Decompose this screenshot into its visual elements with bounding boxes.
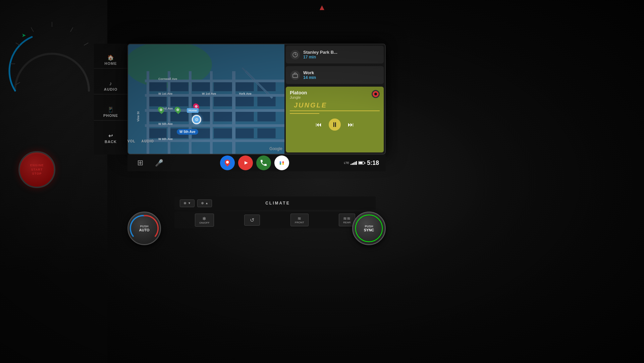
svg-rect-31: [214, 128, 232, 138]
on-off-label: ON/OFF: [199, 221, 209, 224]
svg-rect-27: [257, 111, 276, 122]
audio-label: AUDIO: [142, 139, 154, 143]
fan-controls: ❄ ▼ ❄ ▲: [180, 199, 212, 207]
home-label: Home: [187, 108, 199, 113]
work-icon: [290, 71, 300, 80]
svg-rect-26: [235, 111, 254, 122]
stanley-park-card[interactable]: Stanley Park B... 17 min: [286, 46, 384, 63]
street-label-cornwall: Cornwall Ave: [158, 77, 177, 81]
svg-rect-32: [235, 128, 254, 138]
front-defrost-icon: ≋: [295, 216, 304, 221]
svg-rect-17: [214, 96, 232, 106]
svg-line-6: [84, 43, 88, 46]
svg-rect-43: [168, 71, 170, 154]
work-card[interactable]: Work 14 min: [286, 66, 384, 84]
maps-app-button[interactable]: [220, 155, 235, 170]
stanley-park-info: Stanley Park B... 17 min: [303, 50, 379, 59]
push-auto-knob[interactable]: PUSH AUTO: [127, 212, 161, 245]
signal-bar-5: [356, 161, 357, 165]
svg-line-3: [31, 28, 34, 32]
vol-audio-labels: VOL AUDIO: [127, 139, 154, 143]
phone-app-button[interactable]: [256, 155, 271, 170]
svg-point-51: [278, 159, 285, 167]
back-icon: ↩: [108, 133, 113, 139]
music-pause-button[interactable]: ⏸: [329, 119, 341, 131]
fan-up-arrow: ▲: [205, 201, 208, 205]
svg-rect-28: [148, 128, 167, 138]
audio-icon: ♪: [109, 81, 112, 87]
recirculate-button[interactable]: ↺: [244, 215, 260, 226]
music-info: Platoon Jungle: [290, 90, 307, 99]
fan-down-button[interactable]: ❄ ▼: [180, 199, 195, 207]
signal-area: LTE: [344, 161, 364, 165]
cards-panel: Stanley Park B... 17 min Work 14 min Pla…: [284, 44, 385, 154]
signal-bar-3: [353, 163, 354, 165]
youtube-app-button[interactable]: [238, 155, 253, 170]
signal-bar-1: [351, 164, 352, 165]
taskbar: ⊞ 🎤 LTE: [127, 154, 386, 171]
svg-rect-11: [170, 81, 189, 91]
taskbar-right: LTE 5:18: [344, 160, 379, 167]
start-label: START: [30, 168, 44, 172]
climate-title: CLIMATE: [265, 201, 290, 206]
svg-rect-22: [235, 81, 254, 91]
music-next-button[interactable]: ⏭: [345, 119, 357, 131]
music-prev-button[interactable]: ⏮: [313, 119, 325, 131]
rear-defrost-label: REAR: [343, 221, 351, 224]
work-info: Work 14 min: [303, 70, 379, 80]
stanley-park-icon: [290, 50, 300, 59]
engine-button-text: ENGINE START STOP: [30, 163, 44, 176]
svg-rect-13: [214, 81, 232, 91]
infotainment-screen: Cornwall Ave W 1st Ave W 1st Ave W 3rd A…: [127, 44, 386, 154]
google-assistant-button[interactable]: [274, 155, 289, 170]
lte-label: LTE: [344, 161, 349, 165]
signal-bar-2: [352, 163, 353, 165]
sidebar-item-phone[interactable]: 📱 PHONE: [94, 104, 127, 121]
ac-icon: ❄: [199, 216, 209, 221]
left-instrument-panel: ➤: [0, 0, 107, 363]
svg-rect-12: [192, 81, 210, 91]
svg-rect-33: [257, 128, 276, 138]
engine-start-stop-button[interactable]: ENGINE START STOP: [18, 151, 55, 188]
warning-triangle-icon: ▲: [318, 3, 326, 12]
google-logo: Google: [269, 146, 282, 151]
svg-line-2: [16, 43, 20, 46]
sidebar-item-back[interactable]: ↩ BACK: [94, 130, 127, 146]
music-card[interactable]: Platoon Jungle JUNGLE ⏮ ⏸ ⏭: [286, 87, 384, 152]
front-defrost-button[interactable]: ≋ FRONT: [290, 214, 309, 226]
push-sync-label: PUSH SYNC: [364, 225, 374, 232]
stanley-park-time: 17 min: [303, 55, 379, 59]
map-display[interactable]: Cornwall Ave W 1st Ave W 1st Ave W 3rd A…: [128, 44, 286, 154]
street-label-york: York Ave: [239, 92, 252, 95]
home-icon: 🏠: [107, 54, 114, 61]
knob-arc-svg: [128, 213, 160, 244]
battery-icon: [358, 161, 364, 165]
ac-on-off-button[interactable]: ❄ ON/OFF: [195, 214, 214, 227]
street-label-w1st: W 1st Ave: [158, 92, 172, 95]
svg-rect-18: [148, 111, 167, 122]
mic-button[interactable]: 🎤: [153, 157, 165, 169]
sidebar-item-audio[interactable]: ♪ AUDIO: [94, 78, 127, 94]
signal-bars: [351, 161, 357, 165]
street-label-w1st-right: W 1st Ave: [202, 92, 216, 95]
svg-rect-21: [214, 111, 232, 122]
fan-up-button[interactable]: ❄ ▲: [197, 199, 212, 207]
signal-bar-4: [355, 162, 356, 165]
map-svg: [128, 44, 286, 154]
phone-nav-icon: 📱: [107, 106, 114, 113]
svg-rect-14: [148, 96, 167, 106]
current-street-bubble: W 5th Ave: [177, 129, 198, 135]
svg-point-48: [226, 161, 229, 164]
street-label-w6th: W 6th Ave: [158, 137, 173, 141]
music-progress-bar: [290, 113, 319, 114]
svg-rect-10: [148, 81, 167, 91]
jungle-logo-text: JUNGLE: [290, 101, 380, 111]
svg-point-54: [279, 163, 281, 165]
recirculate-icon: ↺: [250, 217, 254, 223]
push-sync-knob[interactable]: PUSH SYNC: [352, 212, 386, 245]
apps-grid-button[interactable]: ⊞: [134, 157, 146, 169]
sidebar-item-home[interactable]: 🏠 HOME: [94, 52, 127, 69]
svg-rect-25: [257, 96, 276, 106]
svg-point-55: [282, 163, 284, 165]
vol-label: VOL: [127, 139, 136, 143]
